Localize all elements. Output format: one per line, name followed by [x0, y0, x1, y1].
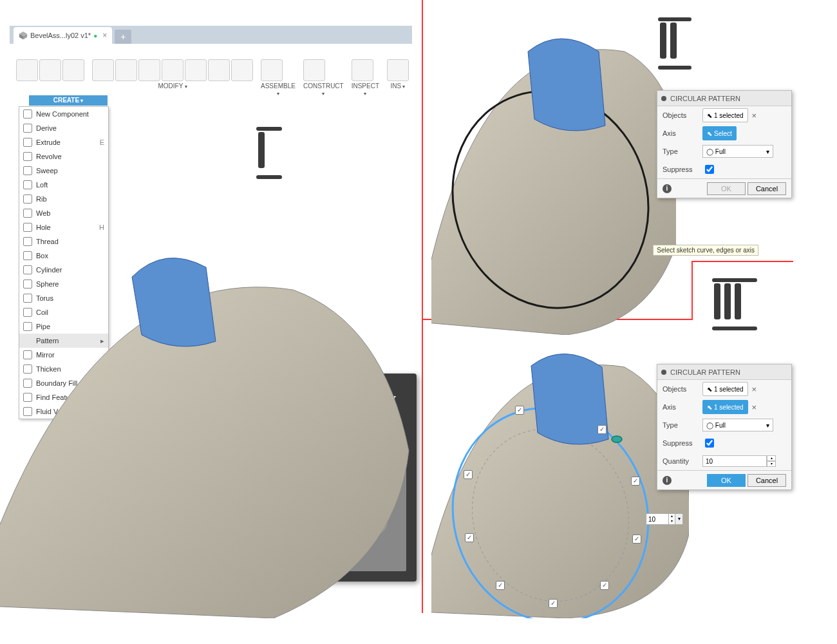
- pointer-icon: ⬉: [707, 112, 712, 119]
- info-icon[interactable]: i: [663, 476, 672, 485]
- dialog-title: CIRCULAR PATTERN: [670, 95, 740, 102]
- quantity-float-dropdown[interactable]: ▾: [675, 514, 682, 524]
- cube-icon: [19, 31, 28, 40]
- pointer-icon: ⬉: [707, 404, 712, 411]
- collapse-icon[interactable]: [661, 370, 666, 375]
- separator-vertical: [422, 0, 423, 613]
- selection-prompt: Select sketch curve, edges or axis: [653, 245, 758, 256]
- circular-pattern-dialog: CIRCULAR PATTERN Objects ⬉1 selected × A…: [657, 364, 792, 490]
- svg-point-25: [612, 436, 622, 442]
- dialog-title: CIRCULAR PATTERN: [670, 368, 740, 376]
- create-dropdown-button[interactable]: CREATE: [29, 95, 108, 106]
- menu-item-new-component[interactable]: New Component: [19, 107, 108, 121]
- ribbon-tool-icon[interactable]: [115, 59, 137, 81]
- clear-objects-button[interactable]: ×: [752, 111, 757, 120]
- quantity-float-input[interactable]: ▴▾ ▾: [646, 513, 683, 525]
- circular-pattern-dialog: CIRCULAR PATTERN Objects ⬉1 selected × A…: [657, 90, 792, 198]
- ribbon-group-label[interactable]: INSPECT: [352, 82, 379, 97]
- pattern-instance-checkbox[interactable]: ✓: [631, 477, 640, 486]
- menu-item-revolve[interactable]: Revolve: [19, 149, 108, 164]
- ribbon-tool-icon[interactable]: [387, 59, 409, 81]
- close-tab-button[interactable]: ×: [102, 31, 107, 40]
- pattern-instance-checkbox[interactable]: ✓: [465, 533, 474, 542]
- ribbon-tool-icon[interactable]: [92, 59, 114, 81]
- pattern-instance-checkbox[interactable]: ✓: [549, 599, 558, 608]
- panel-step-2: CIRCULAR PATTERN Objects ⬉1 selected × A…: [431, 0, 792, 341]
- add-tab-button[interactable]: +: [115, 30, 131, 44]
- suppress-label: Suppress: [663, 439, 702, 447]
- ribbon-tool-icon[interactable]: [352, 59, 373, 81]
- pointer-icon: ⬉: [707, 386, 712, 393]
- full-circle-icon: ◯: [706, 148, 713, 155]
- quantity-input[interactable]: [702, 455, 767, 467]
- ribbon-group-label[interactable]: ASSEMBLE: [261, 82, 296, 97]
- ribbon-tool-icon[interactable]: [208, 59, 230, 81]
- objects-label: Objects: [663, 385, 702, 393]
- cancel-button[interactable]: Cancel: [748, 182, 786, 195]
- clear-axis-button[interactable]: ×: [752, 402, 757, 412]
- objects-selection-chip[interactable]: ⬉1 selected: [702, 382, 748, 396]
- type-label: Type: [663, 147, 702, 155]
- ok-button[interactable]: OK: [707, 474, 746, 487]
- viewport-gear-model[interactable]: [0, 206, 422, 618]
- document-tab-title: BevelAss...ly02 v1*: [30, 32, 91, 39]
- pattern-instance-checkbox[interactable]: ✓: [600, 581, 609, 590]
- ok-button-disabled: OK: [707, 182, 746, 195]
- quantity-float-field[interactable]: [646, 514, 668, 524]
- info-icon[interactable]: i: [663, 184, 672, 193]
- pattern-instance-checkbox[interactable]: ✓: [496, 581, 505, 590]
- suppress-checkbox[interactable]: [705, 439, 714, 448]
- menu-item-loft[interactable]: Loft: [19, 178, 108, 192]
- ribbon-tool-icon[interactable]: [185, 59, 207, 81]
- pattern-instance-checkbox[interactable]: ✓: [515, 406, 524, 415]
- menu-item-rib[interactable]: Rib: [19, 192, 108, 206]
- cancel-button[interactable]: Cancel: [748, 474, 786, 487]
- viewport-gear-model-2[interactable]: [431, 0, 676, 335]
- ribbon-tool-icon[interactable]: [138, 59, 160, 81]
- panel-step-1: BevelAss...ly02 v1* ● × +: [10, 26, 412, 618]
- dropdown-arrow-icon: ▾: [766, 148, 769, 155]
- pattern-instance-checkbox[interactable]: ✓: [597, 425, 607, 434]
- collapse-icon[interactable]: [661, 96, 666, 101]
- menu-item-derive[interactable]: Derive: [19, 121, 108, 135]
- ribbon-group-label[interactable]: CONSTRUCT: [303, 82, 344, 97]
- objects-selection-chip[interactable]: ⬉1 selected: [702, 108, 748, 122]
- ribbon-group-label-cut[interactable]: INS: [387, 82, 409, 90]
- axis-selection-chip[interactable]: ⬉1 selected: [702, 400, 748, 414]
- quantity-label: Quantity: [663, 457, 702, 465]
- type-combobox[interactable]: ◯ Full▾: [702, 145, 773, 158]
- quantity-float-spinner[interactable]: ▴▾: [668, 514, 675, 524]
- ribbon-tool-icon[interactable]: [162, 59, 183, 81]
- dropdown-arrow-icon: ▾: [766, 422, 769, 429]
- axis-select-chip[interactable]: ⬉Select: [702, 126, 737, 140]
- ribbon-tool-icon[interactable]: [62, 59, 84, 81]
- suppress-label: Suppress: [663, 166, 702, 173]
- type-combobox[interactable]: ◯ Full▾: [702, 419, 773, 431]
- panel-step-3: ✓ ✓ ✓ ✓ ✓ ✓ ✓ ✓ ✓ CIRCULAR PATTERN Objec…: [431, 341, 792, 618]
- suppress-checkbox[interactable]: [705, 165, 714, 174]
- type-label: Type: [663, 421, 702, 429]
- quantity-spinner[interactable]: ▴▾: [767, 455, 776, 467]
- ribbon-tool-icon[interactable]: [261, 59, 283, 81]
- dialog-titlebar[interactable]: CIRCULAR PATTERN: [657, 365, 791, 380]
- objects-label: Objects: [663, 111, 702, 119]
- ribbon-tool-icon[interactable]: [303, 59, 325, 81]
- ribbon-group-label[interactable]: MODIFY: [92, 82, 253, 90]
- ribbon-toolbar: MODIFY ASSEMBLE CONSTRUCT INSPECT: [10, 58, 412, 97]
- ribbon-tool-icon[interactable]: [231, 59, 253, 81]
- menu-item-sweep[interactable]: Sweep: [19, 164, 108, 178]
- axis-label: Axis: [663, 129, 702, 137]
- ribbon-tool-icon[interactable]: [16, 59, 38, 81]
- axis-label: Axis: [663, 403, 702, 411]
- document-tab-bar: BevelAss...ly02 v1* ● × +: [10, 26, 412, 44]
- clear-objects-button[interactable]: ×: [752, 384, 757, 394]
- pattern-instance-checkbox[interactable]: ✓: [464, 470, 473, 479]
- pattern-instance-checkbox[interactable]: ✓: [632, 535, 641, 544]
- menu-item-extrude[interactable]: ExtrudeE: [19, 135, 108, 149]
- dialog-titlebar[interactable]: CIRCULAR PATTERN: [657, 91, 791, 106]
- ribbon-tool-icon[interactable]: [39, 59, 61, 81]
- document-tab-active[interactable]: BevelAss...ly02 v1* ● ×: [14, 27, 112, 44]
- viewport-gear-model-3[interactable]: [431, 341, 689, 618]
- pointer-icon: ⬉: [707, 130, 712, 137]
- full-circle-icon: ◯: [706, 422, 713, 429]
